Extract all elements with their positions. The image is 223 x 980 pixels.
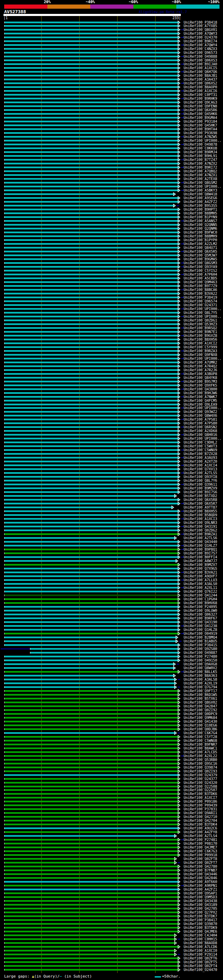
hit-label[interactable]: UniRef100_Q42705 [184,907,217,910]
hit-label[interactable]: UniRef100_A3ALS8 [184,678,217,681]
hit-label[interactable]: UniRef100_Q42710 [184,815,217,819]
alignment-bar[interactable] [4,346,178,348]
alignment-bar[interactable] [4,342,178,344]
alignment-bar[interactable] [4,629,178,631]
hit-label[interactable]: UniRef100_A7P6H4 [184,272,217,276]
alignment-bar[interactable] [4,476,178,478]
hit-label[interactable]: UniRef100_Q9LNR3 [184,521,217,525]
alignment-bar[interactable] [4,560,176,562]
alignment-bar[interactable] [4,442,178,443]
hit-label[interactable]: UniRef100_Q41244 [184,593,217,597]
alignment-bar[interactable] [4,83,178,84]
hit-label[interactable]: UniRef100_UPI000.. [184,357,221,361]
alignment-bar[interactable] [4,694,178,696]
alignment-bar[interactable] [4,526,178,527]
alignment-bar[interactable] [4,422,178,424]
hit-label[interactable]: UniRef100_B9RI72 [184,165,217,169]
hit-label[interactable]: UniRef100_UPI000.. [184,406,221,410]
alignment-bar[interactable] [4,969,178,970]
hit-label[interactable]: UniRef100_B3TDK6 [184,792,217,796]
alignment-bar[interactable] [4,484,178,485]
hit-label[interactable]: UniRef100_A9QVF7 [184,574,217,578]
hit-label[interactable]: UniRef100_O04919 [184,632,217,635]
hit-label[interactable]: UniRef100_A7LCD6 [184,945,217,949]
hit-label[interactable]: UniRef100_B8A363 [184,674,217,678]
alignment-bar[interactable] [4,556,178,558]
hit-label[interactable]: UniRef100_A1XCI2 [184,341,217,345]
alignment-bar[interactable] [4,675,174,676]
alignment-bar[interactable] [4,174,178,176]
hit-label[interactable]: UniRef100_UPI000.. [184,437,221,441]
hit-label[interactable]: UniRef100_P27481 [184,838,217,842]
hit-label[interactable]: UniRef100_O49150 [184,659,217,662]
hit-label[interactable]: UniRef100_C5Y999 [184,345,217,349]
hit-label[interactable]: UniRef100_A2XL11 [184,586,217,590]
alignment-bar[interactable] [4,797,178,799]
hit-label[interactable]: UniRef100_P93184 [184,119,217,123]
alignment-bar[interactable] [4,850,178,852]
hit-label[interactable]: UniRef100_O49887 [184,651,217,655]
hit-label[interactable]: UniRef100_A7QWY3 [184,32,217,35]
alignment-bar[interactable] [4,767,178,768]
alignment-bar[interactable] [4,606,178,608]
alignment-bar[interactable] [4,136,178,138]
alignment-bar[interactable] [4,595,178,596]
hit-label[interactable]: UniRef100_B9RF67 [184,616,217,620]
hit-label[interactable]: UniRef100_O24371 [184,303,217,307]
hit-label[interactable]: UniRef100_Q76I22 [184,590,217,593]
hit-label[interactable]: UniRef100_A7NWK7 [184,395,217,399]
alignment-bar[interactable] [4,232,178,233]
hit-label[interactable]: UniRef100_B1PYP0 [184,238,217,242]
alignment-bar[interactable] [4,789,178,791]
hit-label[interactable]: UniRef100_Q0ZFT8 [184,857,217,861]
alignment-bar[interactable] [4,640,176,642]
alignment-bar[interactable] [4,385,178,386]
hit-label[interactable]: UniRef100_A3AU93 [184,456,217,460]
alignment-bar[interactable] [4,71,178,73]
alignment-bar[interactable] [4,705,178,707]
hit-label[interactable]: UniRef100_B9GMA5 [184,257,217,261]
alignment-bar[interactable] [4,453,178,455]
alignment-bar[interactable] [4,415,178,417]
hit-label[interactable]: UniRef100_A9U2C6 [184,826,217,830]
alignment-bar[interactable] [4,923,178,925]
hit-label[interactable]: UniRef100_A2TEX8 [184,177,217,181]
alignment-bar[interactable] [4,170,178,172]
alignment-bar[interactable] [4,839,178,841]
alignment-bar[interactable] [4,748,178,749]
alignment-bar[interactable] [4,744,178,745]
hit-label[interactable]: UniRef100_B9I7S7 [184,551,217,555]
alignment-bar[interactable] [4,392,178,394]
alignment-bar[interactable] [4,63,178,65]
alignment-bar[interactable] [4,301,178,302]
alignment-bar[interactable] [4,377,178,379]
alignment-bar[interactable] [4,854,178,856]
alignment-bar[interactable] [4,438,178,439]
alignment-bar[interactable] [4,617,178,619]
hit-label[interactable]: UniRef100_A5ANS7 [184,219,217,223]
hit-label[interactable]: UniRef100_Q9LUW0 [184,609,217,612]
hit-label[interactable]: UniRef100_A7QBQ2 [184,169,217,173]
hit-label[interactable]: UniRef100_P38419 [184,296,217,299]
hit-label[interactable]: UniRef100_B7FNB7 [184,869,217,872]
hit-label[interactable]: UniRef100_Q45HK6 [184,112,217,116]
hit-label[interactable]: UniRef100_Q0ZFT6 [184,956,217,960]
hit-label[interactable]: UniRef100_A1XCI3 [184,517,217,521]
hit-label[interactable]: UniRef100_Q53RB0 [184,758,217,762]
hit-label[interactable]: UniRef100_Q84U71 [184,246,217,250]
alignment-bar[interactable] [4,44,178,46]
hit-label[interactable]: UniRef100_Q7X9G5 [184,566,217,571]
alignment-bar[interactable] [4,270,178,272]
hit-label[interactable]: UniRef100_A2TLS6 [184,536,217,540]
alignment-bar[interactable] [4,155,178,157]
hit-label[interactable]: UniRef100_Q9ARI1 [184,811,217,815]
hit-label[interactable]: UniRef100_B9RZA1 [184,532,217,536]
hit-label[interactable]: UniRef100_Q39870 [184,922,217,926]
hit-label[interactable]: UniRef100_Q43189 [184,903,217,907]
hit-label[interactable]: UniRef100_C5YIS2 [184,269,217,272]
alignment-bar[interactable] [4,621,178,623]
hit-label[interactable]: UniRef100_A7R2J6 [184,368,217,372]
hit-label[interactable]: UniRef100_A3A437 [184,78,217,81]
hit-label[interactable]: UniRef100_B9RMJ4 [184,150,217,154]
hit-label[interactable]: UniRef100_A7YX85 [184,24,217,28]
